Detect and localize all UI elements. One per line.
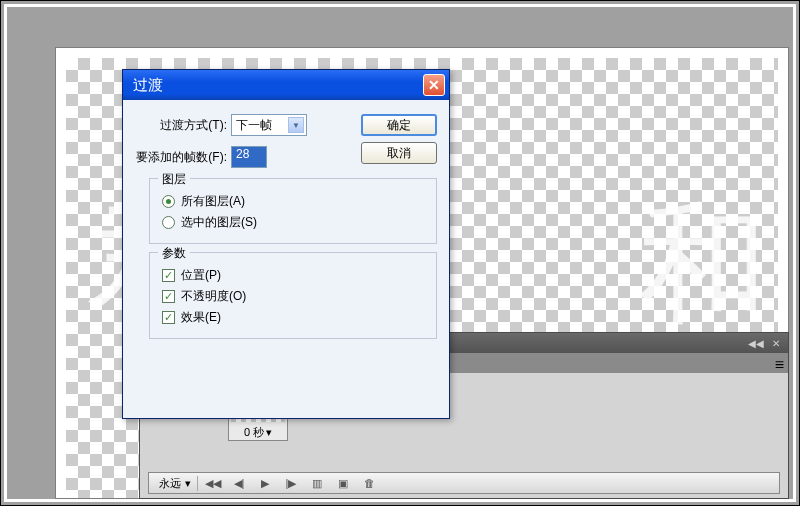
cancel-button[interactable]: 取消 bbox=[361, 142, 437, 164]
frames-input[interactable]: 28 bbox=[231, 146, 267, 168]
radio-selected-layer[interactable]: 选中的图层(S) bbox=[162, 214, 424, 231]
panel-close-icon[interactable]: ✕ bbox=[768, 336, 784, 350]
close-button[interactable]: ✕ bbox=[423, 74, 445, 96]
checkbox-icon: ✓ bbox=[162, 290, 175, 303]
play-button[interactable]: ▶ bbox=[254, 474, 276, 492]
first-frame-button[interactable]: ◀◀ bbox=[202, 474, 224, 492]
next-frame-button[interactable]: |▶ bbox=[280, 474, 302, 492]
check-position-label: 位置(P) bbox=[181, 267, 221, 284]
frames-label: 要添加的帧数(F): bbox=[135, 149, 231, 166]
tween-button[interactable]: ▥ bbox=[306, 474, 328, 492]
dialog-title: 过渡 bbox=[133, 76, 423, 95]
delete-frame-button[interactable]: 🗑 bbox=[358, 474, 380, 492]
radio-icon-on bbox=[162, 195, 175, 208]
tween-dialog: 过渡 ✕ 确定 取消 过渡方式(T): 下一帧 ▼ 要添加的帧数( bbox=[122, 69, 450, 419]
dropdown-arrow-icon: ▼ bbox=[288, 117, 304, 133]
method-value: 下一帧 bbox=[236, 117, 272, 134]
radio-icon-off bbox=[162, 216, 175, 229]
radio-selected-label: 选中的图层(S) bbox=[181, 214, 257, 231]
check-effects-label: 效果(E) bbox=[181, 309, 221, 326]
check-effects[interactable]: ✓ 效果(E) bbox=[162, 309, 424, 326]
radio-all-layers[interactable]: 所有图层(A) bbox=[162, 193, 424, 210]
params-fieldset: 参数 ✓ 位置(P) ✓ 不透明度(O) ✓ 效果(E) bbox=[149, 252, 437, 339]
app-background: 君 和 ◀◀ ✕ ≡ 0 秒 ▾ bbox=[0, 0, 800, 506]
checkbox-icon: ✓ bbox=[162, 311, 175, 324]
check-opacity-label: 不透明度(O) bbox=[181, 288, 246, 305]
panel-collapse-icon[interactable]: ◀◀ bbox=[748, 336, 764, 350]
loop-dropdown[interactable]: 永远 ▾ bbox=[153, 476, 198, 491]
layers-fieldset: 图层 所有图层(A) 选中的图层(S) bbox=[149, 178, 437, 244]
playback-bar: 永远 ▾ ◀◀ ◀| ▶ |▶ ▥ ▣ 🗑 bbox=[148, 472, 780, 494]
chevron-down-icon: ▾ bbox=[266, 426, 272, 439]
prev-frame-button[interactable]: ◀| bbox=[228, 474, 250, 492]
frame-time-2-label: 0 秒 bbox=[244, 425, 264, 440]
params-legend: 参数 bbox=[158, 245, 190, 262]
canvas-text-right: 和 bbox=[638, 178, 768, 354]
dialog-titlebar[interactable]: 过渡 ✕ bbox=[123, 70, 449, 100]
frame-time-2[interactable]: 0 秒 ▾ bbox=[229, 424, 287, 440]
check-position[interactable]: ✓ 位置(P) bbox=[162, 267, 424, 284]
ok-button[interactable]: 确定 bbox=[361, 114, 437, 136]
check-opacity[interactable]: ✓ 不透明度(O) bbox=[162, 288, 424, 305]
method-select[interactable]: 下一帧 ▼ bbox=[231, 114, 307, 136]
checkbox-icon: ✓ bbox=[162, 269, 175, 282]
chevron-down-icon: ▾ bbox=[185, 477, 191, 490]
layers-legend: 图层 bbox=[158, 171, 190, 188]
panel-menu-icon[interactable]: ≡ bbox=[775, 356, 784, 374]
dialog-button-column: 确定 取消 bbox=[361, 114, 437, 164]
radio-all-label: 所有图层(A) bbox=[181, 193, 245, 210]
new-frame-button[interactable]: ▣ bbox=[332, 474, 354, 492]
loop-label: 永远 bbox=[159, 476, 181, 491]
method-label: 过渡方式(T): bbox=[135, 117, 231, 134]
gray-frame: 君 和 ◀◀ ✕ ≡ 0 秒 ▾ bbox=[7, 7, 793, 499]
close-icon: ✕ bbox=[428, 77, 440, 93]
inner-frame: 君 和 ◀◀ ✕ ≡ 0 秒 ▾ bbox=[4, 4, 796, 502]
